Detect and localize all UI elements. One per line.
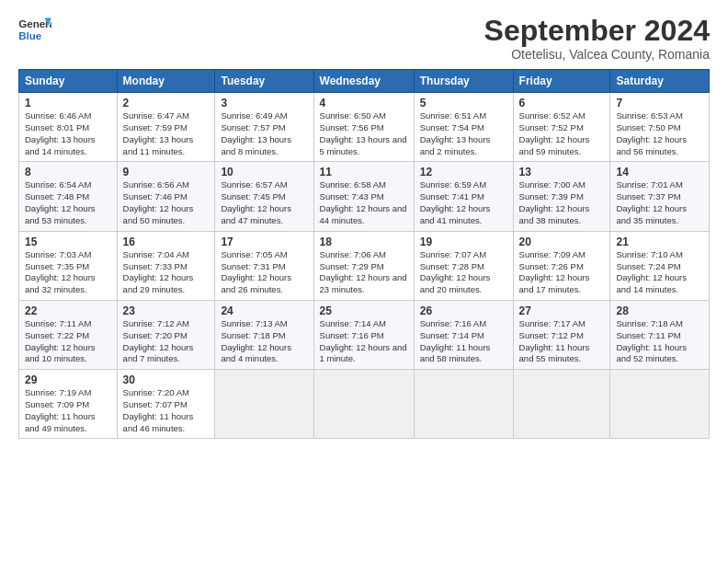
day-info: Sunrise: 6:54 AMSunset: 7:48 PMDaylight:…	[25, 179, 111, 226]
day-number: 15	[25, 236, 111, 248]
calendar-header-friday: Friday	[513, 70, 610, 93]
day-number: 19	[420, 236, 507, 248]
calendar-cell: 12Sunrise: 6:59 AMSunset: 7:41 PMDayligh…	[414, 162, 513, 231]
calendar-header-sunday: Sunday	[19, 70, 118, 93]
day-number: 24	[221, 304, 307, 317]
day-number: 9	[123, 166, 210, 178]
day-info: Sunrise: 7:20 AMSunset: 7:07 PMDaylight:…	[123, 387, 210, 434]
day-info: Sunrise: 7:17 AMSunset: 7:12 PMDaylight:…	[519, 318, 605, 365]
calendar-header-tuesday: Tuesday	[215, 70, 313, 93]
day-info: Sunrise: 7:04 AMSunset: 7:33 PMDaylight:…	[123, 249, 210, 296]
calendar-cell	[610, 370, 710, 439]
calendar-cell: 6Sunrise: 6:52 AMSunset: 7:52 PMDaylight…	[513, 93, 610, 162]
day-number: 23	[123, 304, 210, 317]
calendar-cell: 19Sunrise: 7:07 AMSunset: 7:28 PMDayligh…	[414, 231, 513, 300]
calendar-cell: 28Sunrise: 7:18 AMSunset: 7:11 PMDayligh…	[610, 300, 710, 369]
calendar-cell	[414, 370, 513, 439]
calendar-cell: 17Sunrise: 7:05 AMSunset: 7:31 PMDayligh…	[215, 231, 313, 300]
calendar-week-2: 8Sunrise: 6:54 AMSunset: 7:48 PMDaylight…	[19, 162, 710, 231]
day-info: Sunrise: 7:16 AMSunset: 7:14 PMDaylight:…	[420, 318, 507, 365]
calendar-week-4: 22Sunrise: 7:11 AMSunset: 7:22 PMDayligh…	[19, 300, 710, 369]
calendar-cell: 23Sunrise: 7:12 AMSunset: 7:20 PMDayligh…	[117, 300, 215, 369]
day-info: Sunrise: 6:47 AMSunset: 7:59 PMDaylight:…	[123, 110, 210, 157]
day-info: Sunrise: 7:18 AMSunset: 7:11 PMDaylight:…	[616, 318, 703, 365]
title-block: September 2024 Otetelisu, Valcea County,…	[484, 15, 710, 62]
calendar-cell: 9Sunrise: 6:56 AMSunset: 7:46 PMDaylight…	[117, 162, 215, 231]
calendar-cell: 26Sunrise: 7:16 AMSunset: 7:14 PMDayligh…	[414, 300, 513, 369]
calendar-subtitle: Otetelisu, Valcea County, Romania	[484, 47, 710, 62]
calendar-cell: 20Sunrise: 7:09 AMSunset: 7:26 PMDayligh…	[513, 231, 610, 300]
day-info: Sunrise: 7:10 AMSunset: 7:24 PMDaylight:…	[616, 249, 703, 296]
calendar-header-thursday: Thursday	[414, 70, 513, 93]
day-number: 26	[420, 304, 507, 317]
day-info: Sunrise: 7:00 AMSunset: 7:39 PMDaylight:…	[519, 179, 605, 226]
day-info: Sunrise: 7:14 AMSunset: 7:16 PMDaylight:…	[320, 318, 408, 365]
day-info: Sunrise: 6:56 AMSunset: 7:46 PMDaylight:…	[123, 179, 210, 226]
calendar-cell	[513, 370, 610, 439]
calendar-cell: 13Sunrise: 7:00 AMSunset: 7:39 PMDayligh…	[513, 162, 610, 231]
calendar-cell	[215, 370, 313, 439]
day-info: Sunrise: 7:19 AMSunset: 7:09 PMDaylight:…	[25, 387, 111, 434]
day-number: 29	[25, 373, 111, 386]
calendar-cell: 15Sunrise: 7:03 AMSunset: 7:35 PMDayligh…	[19, 231, 118, 300]
day-number: 3	[221, 97, 307, 109]
day-info: Sunrise: 7:06 AMSunset: 7:29 PMDaylight:…	[320, 249, 408, 296]
day-number: 4	[320, 97, 408, 109]
day-info: Sunrise: 6:50 AMSunset: 7:56 PMDaylight:…	[320, 110, 408, 157]
calendar-header-wednesday: Wednesday	[313, 70, 414, 93]
day-info: Sunrise: 7:01 AMSunset: 7:37 PMDaylight:…	[616, 179, 703, 226]
logo: General Blue	[18, 15, 51, 44]
day-number: 20	[519, 236, 605, 248]
day-info: Sunrise: 6:46 AMSunset: 8:01 PMDaylight:…	[25, 110, 111, 157]
day-number: 5	[420, 97, 507, 109]
calendar-header-saturday: Saturday	[610, 70, 710, 93]
calendar-week-1: 1Sunrise: 6:46 AMSunset: 8:01 PMDaylight…	[19, 93, 710, 162]
day-number: 21	[616, 236, 703, 248]
day-number: 22	[25, 304, 111, 317]
calendar-cell: 21Sunrise: 7:10 AMSunset: 7:24 PMDayligh…	[610, 231, 710, 300]
calendar-title: September 2024	[484, 15, 710, 47]
day-number: 25	[320, 304, 408, 317]
day-info: Sunrise: 6:49 AMSunset: 7:57 PMDaylight:…	[221, 110, 307, 157]
day-number: 30	[123, 373, 210, 386]
day-number: 2	[123, 97, 210, 109]
day-info: Sunrise: 6:58 AMSunset: 7:43 PMDaylight:…	[320, 179, 408, 226]
day-number: 10	[221, 166, 307, 178]
calendar-cell: 24Sunrise: 7:13 AMSunset: 7:18 PMDayligh…	[215, 300, 313, 369]
day-number: 13	[519, 166, 605, 178]
calendar-cell: 14Sunrise: 7:01 AMSunset: 7:37 PMDayligh…	[610, 162, 710, 231]
svg-text:Blue: Blue	[18, 30, 42, 41]
calendar-cell: 16Sunrise: 7:04 AMSunset: 7:33 PMDayligh…	[117, 231, 215, 300]
calendar-cell: 27Sunrise: 7:17 AMSunset: 7:12 PMDayligh…	[513, 300, 610, 369]
day-info: Sunrise: 7:03 AMSunset: 7:35 PMDaylight:…	[25, 249, 111, 296]
day-info: Sunrise: 7:11 AMSunset: 7:22 PMDaylight:…	[25, 318, 111, 365]
day-number: 18	[320, 236, 408, 248]
calendar-cell: 4Sunrise: 6:50 AMSunset: 7:56 PMDaylight…	[313, 93, 414, 162]
day-number: 12	[420, 166, 507, 178]
day-number: 8	[25, 166, 111, 178]
calendar-week-3: 15Sunrise: 7:03 AMSunset: 7:35 PMDayligh…	[19, 231, 710, 300]
calendar-cell: 22Sunrise: 7:11 AMSunset: 7:22 PMDayligh…	[19, 300, 118, 369]
calendar-cell: 11Sunrise: 6:58 AMSunset: 7:43 PMDayligh…	[313, 162, 414, 231]
day-number: 14	[616, 166, 703, 178]
calendar-cell: 29Sunrise: 7:19 AMSunset: 7:09 PMDayligh…	[19, 370, 118, 439]
day-info: Sunrise: 6:59 AMSunset: 7:41 PMDaylight:…	[420, 179, 507, 226]
day-number: 28	[616, 304, 703, 317]
day-info: Sunrise: 7:07 AMSunset: 7:28 PMDaylight:…	[420, 249, 507, 296]
day-info: Sunrise: 7:12 AMSunset: 7:20 PMDaylight:…	[123, 318, 210, 365]
calendar-cell: 5Sunrise: 6:51 AMSunset: 7:54 PMDaylight…	[414, 93, 513, 162]
calendar-cell: 2Sunrise: 6:47 AMSunset: 7:59 PMDaylight…	[117, 93, 215, 162]
calendar-cell	[313, 370, 414, 439]
day-info: Sunrise: 7:05 AMSunset: 7:31 PMDaylight:…	[221, 249, 307, 296]
calendar-cell: 10Sunrise: 6:57 AMSunset: 7:45 PMDayligh…	[215, 162, 313, 231]
page: General Blue September 2024 Otetelisu, V…	[0, 0, 728, 563]
day-number: 6	[519, 97, 605, 109]
calendar-table: SundayMondayTuesdayWednesdayThursdayFrid…	[18, 69, 710, 439]
day-number: 27	[519, 304, 605, 317]
day-info: Sunrise: 6:51 AMSunset: 7:54 PMDaylight:…	[420, 110, 507, 157]
calendar-cell: 7Sunrise: 6:53 AMSunset: 7:50 PMDaylight…	[610, 93, 710, 162]
header: General Blue September 2024 Otetelisu, V…	[18, 15, 710, 62]
day-number: 16	[123, 236, 210, 248]
calendar-cell: 25Sunrise: 7:14 AMSunset: 7:16 PMDayligh…	[313, 300, 414, 369]
day-info: Sunrise: 6:57 AMSunset: 7:45 PMDaylight:…	[221, 179, 307, 226]
